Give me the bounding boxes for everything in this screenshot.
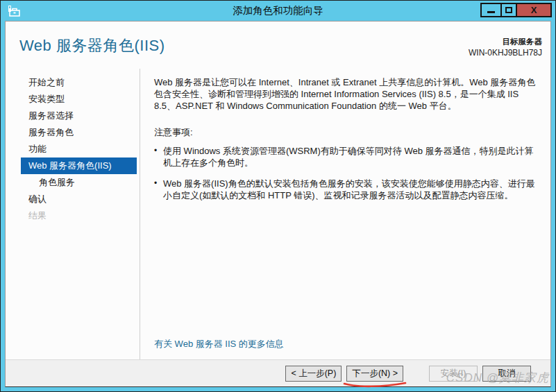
main-pane: Web 服务器是让您可以在 Internet、Intranet 或 Extran… — [140, 69, 550, 359]
sidebar-item[interactable]: 确认 — [21, 191, 137, 207]
target-server-name: WIN-0KHJ9BLH78J — [469, 48, 542, 58]
notes-list: •使用 Windows 系统资源管理器(WSRM)有助于确保等同对待 Web 服… — [154, 145, 541, 210]
note-text: 使用 Windows 系统资源管理器(WSRM)有助于确保等同对待 Web 服务… — [163, 145, 541, 169]
sidebar-item[interactable]: Web 服务器角色(IIS) — [21, 157, 137, 174]
wizard-nav: 开始之前安装类型服务器选择服务器角色功能Web 服务器角色(IIS)角色服务确认… — [6, 69, 140, 359]
window-title: 添加角色和功能向导 — [1, 1, 555, 21]
footer-bar: < 上一步(P) 下一步(N) > 安装(I) 取消 CSDN @莫非家虎 — [6, 359, 550, 386]
note-item: •Web 服务器(IIS)角色的默认安装包括角色服务的安装，该安装使您能够使用静… — [154, 178, 541, 201]
note-item: •使用 Windows 系统资源管理器(WSRM)有助于确保等同对待 Web 服… — [154, 145, 541, 169]
minimize-button[interactable] — [480, 3, 500, 17]
bullet-icon: • — [154, 145, 163, 169]
next-button-wrap: 下一步(N) > — [346, 366, 403, 382]
next-button[interactable]: 下一步(N) > — [346, 366, 403, 382]
wizard-content: Web 服务器角色(IIS) 目标服务器 WIN-0KHJ9BLH78J 开始之… — [5, 21, 551, 387]
sidebar-item[interactable]: 角色服务 — [21, 174, 137, 191]
close-button[interactable]: X — [517, 3, 552, 17]
back-button[interactable]: < 上一步(P) — [285, 366, 342, 382]
sidebar-item[interactable]: 服务器角色 — [21, 124, 137, 141]
window-controls: X — [480, 3, 552, 17]
sidebar-item[interactable]: 安装类型 — [21, 91, 137, 108]
target-server-label: 目标服务器 — [469, 37, 542, 47]
sidebar-item: 结果 — [21, 207, 137, 224]
more-info-link[interactable]: 有关 Web 服务器 IIS 的更多信息 — [154, 338, 284, 350]
sidebar-item[interactable]: 服务器选择 — [21, 108, 137, 124]
intro-paragraph: Web 服务器是让您可以在 Internet、Intranet 或 Extran… — [154, 76, 541, 112]
sidebar-item[interactable]: 开始之前 — [21, 74, 137, 91]
page-body: 开始之前安装类型服务器选择服务器角色功能Web 服务器角色(IIS)角色服务确认… — [6, 69, 550, 359]
cancel-button[interactable]: 取消 — [482, 366, 531, 382]
page-title: Web 服务器角色(IIS) — [19, 35, 165, 69]
target-server-block: 目标服务器 WIN-0KHJ9BLH78J — [469, 35, 542, 69]
install-button: 安装(I) — [429, 366, 478, 382]
sidebar-item[interactable]: 功能 — [21, 141, 137, 157]
maximize-icon — [505, 7, 512, 13]
bullet-icon: • — [154, 178, 163, 201]
page-header: Web 服务器角色(IIS) 目标服务器 WIN-0KHJ9BLH78J — [6, 22, 550, 69]
note-text: Web 服务器(IIS)角色的默认安装包括角色服务的安装，该安装使您能够使用静态… — [163, 178, 541, 201]
window-bottom-border — [1, 387, 555, 391]
notes-heading: 注意事项: — [154, 126, 541, 138]
minimize-icon — [487, 11, 495, 13]
maximize-button[interactable] — [500, 3, 517, 17]
wizard-window: 添加角色和功能向导 X Web 服务器角色(IIS) 目标服务器 WIN-0KH… — [0, 0, 556, 392]
titlebar: 添加角色和功能向导 X — [1, 1, 555, 21]
